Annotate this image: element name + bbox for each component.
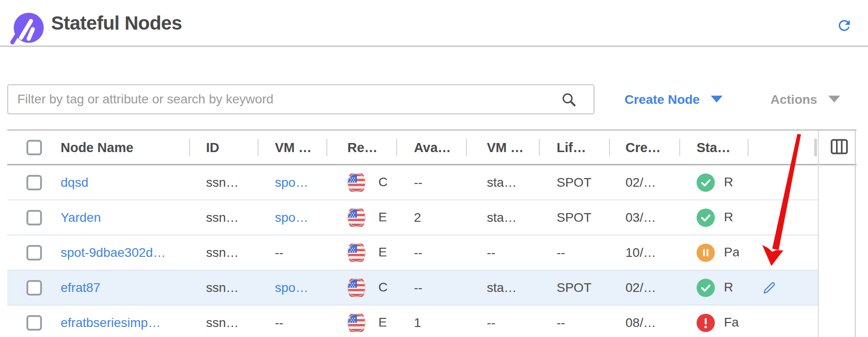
- cell-lifecycle: SPOT: [557, 280, 591, 294]
- table-row[interactable]: efratbseriesimp… ssn… --: [7, 306, 818, 337]
- us-flag-icon: [347, 314, 366, 332]
- col-header-id[interactable]: ID: [206, 140, 219, 155]
- col-header-created[interactable]: Cre…: [625, 140, 661, 155]
- table-body: dqsd ssn… spo…: [7, 165, 857, 337]
- row-checkbox[interactable]: [26, 210, 42, 225]
- node-name-link[interactable]: Yarden: [61, 210, 101, 224]
- column-separator: [189, 139, 190, 156]
- edit-pencil-icon[interactable]: [763, 281, 775, 294]
- page-title: Stateful Nodes: [51, 12, 182, 34]
- table-header-row: Node Name ID VM … Re… Ava… VM … Lif… Cre…: [7, 131, 857, 165]
- col-header-lifecycle[interactable]: Lif…: [557, 140, 586, 155]
- filter-box: [7, 84, 594, 114]
- column-separator: [326, 139, 327, 156]
- column-separator: [258, 139, 258, 156]
- cell-vm-size: --: [487, 245, 496, 259]
- cell-vm-size: --: [487, 315, 496, 329]
- node-name-link[interactable]: efrat87: [61, 280, 100, 294]
- status-running-icon: [697, 279, 715, 297]
- refresh-icon[interactable]: [836, 17, 852, 34]
- cell-id: ssn…: [206, 315, 239, 329]
- filter-input[interactable]: [17, 85, 555, 113]
- chevron-down-icon: [828, 96, 840, 102]
- row-checkbox[interactable]: [26, 245, 42, 260]
- cell-created-at: 08/…: [625, 315, 656, 329]
- status-label: R: [724, 280, 739, 295]
- column-separator: [679, 139, 680, 156]
- table-row[interactable]: spot-9dbae302d… ssn… --: [7, 235, 818, 271]
- column-separator: [748, 139, 749, 156]
- column-picker-icon[interactable]: [831, 139, 848, 154]
- cell-lifecycle: --: [557, 315, 565, 329]
- column-separator: [466, 139, 467, 156]
- region-label: E: [378, 315, 387, 330]
- status-running-icon: [697, 209, 715, 227]
- cell-availability-zone: 1: [414, 315, 421, 329]
- status-failed-icon: [697, 314, 715, 332]
- cell-created-at: 03/…: [625, 210, 656, 224]
- cell-region: C: [347, 174, 388, 192]
- us-flag-icon: [347, 244, 366, 262]
- status-label: Fa: [724, 315, 739, 330]
- vm-name-link: --: [275, 245, 284, 259]
- search-icon[interactable]: [561, 92, 577, 108]
- cell-lifecycle: --: [557, 245, 565, 259]
- cell-status: R: [697, 174, 739, 192]
- vm-name-link[interactable]: spo…: [275, 280, 308, 294]
- stateful-nodes-page: Stateful Nodes Create Node Actions Node …: [0, 0, 868, 337]
- col-header-vm-size[interactable]: VM …: [487, 140, 524, 155]
- pinned-column-divider: [818, 131, 819, 337]
- table-row[interactable]: dqsd ssn… spo…: [7, 165, 818, 200]
- row-checkbox-wrap: [26, 175, 42, 190]
- cell-status: R: [697, 279, 739, 297]
- table-right-border: [855, 131, 856, 337]
- column-separator: [814, 139, 817, 156]
- cell-status: Fa: [697, 314, 739, 332]
- col-header-az[interactable]: Ava…: [414, 140, 451, 155]
- row-checkbox[interactable]: [26, 175, 42, 190]
- column-separator: [609, 139, 610, 156]
- row-checkbox[interactable]: [26, 280, 42, 296]
- col-header-region[interactable]: Re…: [347, 140, 377, 155]
- col-header-node-name[interactable]: Node Name: [61, 140, 134, 155]
- row-checkbox-wrap: [26, 280, 42, 296]
- region-label: C: [378, 280, 388, 295]
- vm-name-link[interactable]: spo…: [275, 210, 308, 224]
- node-name-link[interactable]: dqsd: [61, 175, 88, 189]
- cell-vm-size: sta…: [487, 175, 517, 189]
- col-header-status[interactable]: Sta…: [697, 140, 730, 155]
- cell-id: ssn…: [206, 210, 239, 224]
- status-label: R: [724, 175, 739, 189]
- row-checkbox-wrap: [26, 315, 42, 331]
- node-name-link[interactable]: efratbseriesimp…: [61, 315, 160, 329]
- cell-vm-size: sta…: [487, 280, 517, 294]
- cell-created-at: 02/…: [625, 280, 656, 294]
- cell-lifecycle: SPOT: [557, 210, 591, 224]
- row-checkbox[interactable]: [26, 315, 42, 331]
- status-label: R: [724, 210, 739, 225]
- cell-status: R: [697, 209, 739, 227]
- create-node-button[interactable]: Create Node: [625, 92, 723, 107]
- col-header-vm-name[interactable]: VM …: [275, 140, 312, 155]
- us-flag-icon: [347, 174, 366, 192]
- region-label: E: [378, 210, 387, 225]
- cell-id: ssn…: [206, 245, 239, 259]
- table-row[interactable]: Yarden ssn… spo…: [7, 200, 818, 235]
- status-label: Pa: [724, 245, 739, 260]
- select-all-checkbox[interactable]: [26, 140, 42, 155]
- vm-name-link[interactable]: spo…: [275, 175, 308, 189]
- actions-button[interactable]: Actions: [770, 92, 840, 107]
- create-node-label: Create Node: [625, 92, 700, 107]
- cell-status: Pa: [697, 244, 739, 262]
- select-all-checkbox-wrap: [26, 140, 42, 155]
- table-row[interactable]: efrat87 ssn… spo…: [7, 271, 818, 306]
- node-name-link[interactable]: spot-9dbae302d…: [61, 245, 165, 259]
- cell-region: E: [347, 209, 387, 227]
- status-running-icon: [697, 174, 715, 192]
- region-label: E: [378, 245, 387, 260]
- row-checkbox-wrap: [26, 210, 42, 225]
- cell-vm-size: sta…: [487, 210, 517, 224]
- column-separator: [396, 139, 397, 156]
- cell-availability-zone: --: [414, 175, 423, 189]
- region-label: C: [378, 175, 388, 189]
